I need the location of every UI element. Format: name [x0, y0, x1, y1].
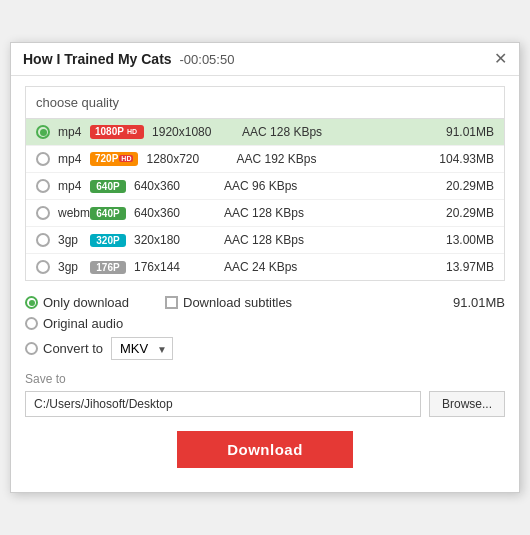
quality-badge-4: 320P — [90, 234, 126, 247]
resolution-3: 640x360 — [134, 206, 224, 220]
quality-row-0[interactable]: mp4 1080PHD 1920x1080 AAC 128 KBps 91.01… — [26, 119, 504, 146]
download-subtitles-option[interactable]: Download subtitles — [165, 295, 292, 310]
download-subtitles-checkbox[interactable] — [165, 296, 178, 309]
original-audio-radio[interactable] — [25, 317, 38, 330]
quality-row-5[interactable]: 3gp 176P 176x144 AAC 24 KBps 13.97MB — [26, 254, 504, 280]
convert-to-label: Convert to — [43, 341, 103, 356]
quality-section: choose quality mp4 1080PHD 1920x1080 AAC… — [25, 86, 505, 281]
audio-3: AAC 128 KBps — [224, 206, 424, 220]
only-download-option[interactable]: Only download — [25, 295, 129, 310]
dialog-body: choose quality mp4 1080PHD 1920x1080 AAC… — [11, 76, 519, 492]
quality-badge-0: 1080PHD — [90, 125, 144, 138]
size-4: 13.00MB — [424, 233, 494, 247]
format-label-2: mp4 — [58, 179, 90, 193]
resolution-2: 640x360 — [134, 179, 224, 193]
dialog-header: How I Trained My Cats -00:05:50 ✕ — [11, 43, 519, 76]
quality-badge-1: 720PHD — [90, 152, 138, 165]
resolution-4: 320x180 — [134, 233, 224, 247]
quality-badge-5: 176P — [90, 261, 126, 274]
format-label-1: mp4 — [58, 152, 90, 166]
quality-rows: mp4 1080PHD 1920x1080 AAC 128 KBps 91.01… — [26, 119, 504, 280]
format-select[interactable]: MKVMP4AVIMOV — [111, 337, 173, 360]
original-audio-label: Original audio — [43, 316, 123, 331]
format-label-5: 3gp — [58, 260, 90, 274]
size-2: 20.29MB — [424, 179, 494, 193]
quality-radio-2[interactable] — [36, 179, 50, 193]
save-to-row: Browse... — [25, 391, 505, 417]
format-label-0: mp4 — [58, 125, 90, 139]
options-row-1: Only download Download subtitles 91.01MB — [25, 295, 505, 310]
size-1: 104.93MB — [424, 152, 494, 166]
options-row-2: Original audio — [25, 316, 505, 331]
quality-row-1[interactable]: mp4 720PHD 1280x720 AAC 192 KBps 104.93M… — [26, 146, 504, 173]
resolution-5: 176x144 — [134, 260, 224, 274]
size-0: 91.01MB — [424, 125, 494, 139]
convert-to-option[interactable]: Convert to — [25, 341, 111, 356]
audio-5: AAC 24 KBps — [224, 260, 424, 274]
download-btn-row: Download — [25, 431, 505, 482]
size-5: 13.97MB — [424, 260, 494, 274]
close-button[interactable]: ✕ — [494, 51, 507, 67]
main-dialog: How I Trained My Cats -00:05:50 ✕ choose… — [10, 42, 520, 493]
audio-2: AAC 96 KBps — [224, 179, 424, 193]
resolution-1: 1280x720 — [146, 152, 236, 166]
format-select-wrapper[interactable]: MKVMP4AVIMOV ▼ — [111, 337, 173, 360]
quality-row-4[interactable]: 3gp 320P 320x180 AAC 128 KBps 13.00MB — [26, 227, 504, 254]
quality-radio-0[interactable] — [36, 125, 50, 139]
download-subtitles-label: Download subtitles — [183, 295, 292, 310]
quality-radio-4[interactable] — [36, 233, 50, 247]
audio-0: AAC 128 KBps — [242, 125, 424, 139]
options-row-3: Convert to MKVMP4AVIMOV ▼ — [25, 337, 505, 360]
quality-radio-5[interactable] — [36, 260, 50, 274]
convert-to-radio[interactable] — [25, 342, 38, 355]
only-download-label: Only download — [43, 295, 129, 310]
audio-4: AAC 128 KBps — [224, 233, 424, 247]
quality-row-2[interactable]: mp4 640P 640x360 AAC 96 KBps 20.29MB — [26, 173, 504, 200]
size-display: 91.01MB — [453, 295, 505, 310]
quality-row-3[interactable]: webm 640P 640x360 AAC 128 KBps 20.29MB — [26, 200, 504, 227]
audio-1: AAC 192 KBps — [236, 152, 424, 166]
quality-badge-3: 640P — [90, 207, 126, 220]
original-audio-option[interactable]: Original audio — [25, 316, 123, 331]
size-3: 20.29MB — [424, 206, 494, 220]
quality-header: choose quality — [26, 87, 504, 119]
path-input[interactable] — [25, 391, 421, 417]
format-label-3: webm — [58, 206, 90, 220]
dialog-title: How I Trained My Cats -00:05:50 — [23, 51, 234, 67]
download-button[interactable]: Download — [177, 431, 353, 468]
quality-badge-2: 640P — [90, 180, 126, 193]
save-to-label: Save to — [25, 372, 505, 386]
quality-radio-3[interactable] — [36, 206, 50, 220]
resolution-0: 1920x1080 — [152, 125, 242, 139]
browse-button[interactable]: Browse... — [429, 391, 505, 417]
format-label-4: 3gp — [58, 233, 90, 247]
quality-radio-1[interactable] — [36, 152, 50, 166]
only-download-radio[interactable] — [25, 296, 38, 309]
